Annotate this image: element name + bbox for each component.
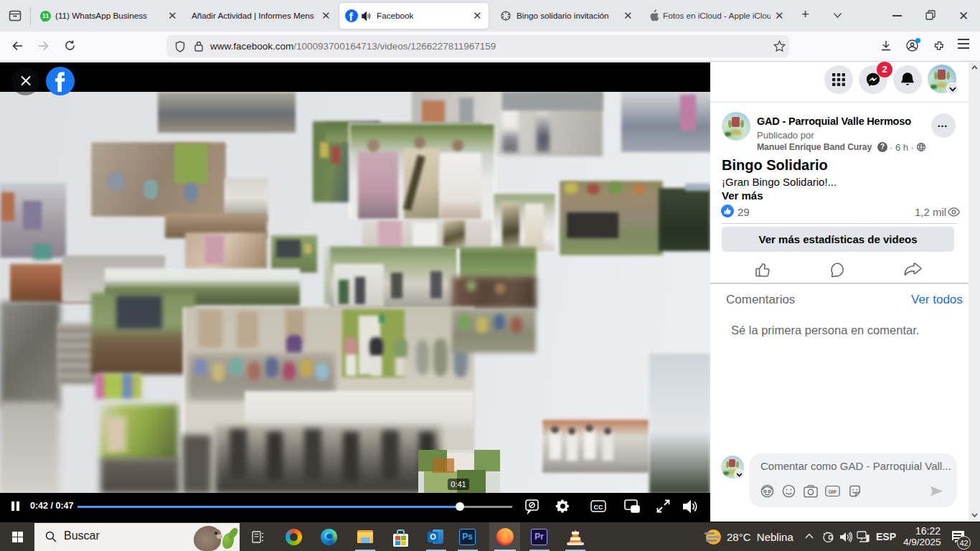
svg-text:CC: CC: [594, 504, 603, 511]
svg-text:GIF: GIF: [829, 489, 837, 494]
